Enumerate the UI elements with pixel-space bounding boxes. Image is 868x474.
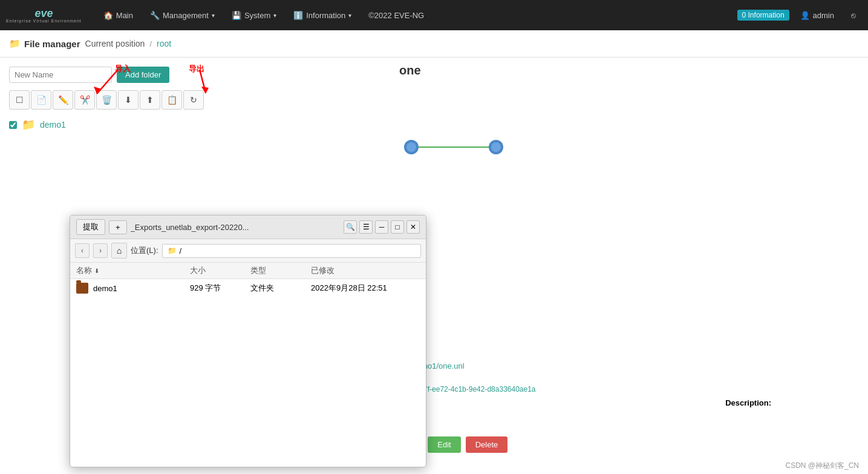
dialog-maximize-btn[interactable]: □: [391, 220, 404, 234]
info-icon: ℹ️: [293, 11, 303, 20]
nav-main[interactable]: 🏠 Main: [96, 7, 140, 24]
file-checkbox-demo1[interactable]: [9, 121, 17, 129]
main-content: Add folder 导入 导出 ☐ 📄 ✏️ ✂️ 🗑️ ⬇ ⬆ 📋 ↻ 📁 …: [0, 58, 868, 474]
router-left-inner: [406, 142, 416, 152]
breadcrumb-root[interactable]: root: [157, 39, 171, 48]
dialog-location-label: 位置(L):: [131, 245, 158, 256]
nav-information-label: Information: [306, 11, 345, 20]
nav-copyright-label: ©2022 EVE-NG: [368, 11, 424, 20]
col-type-header: 类型: [250, 265, 311, 276]
dialog-titlebar: 提取 + _Exports_unetlab_export-20220... 🔍 …: [70, 216, 426, 239]
logout-btn[interactable]: ⎋: [845, 7, 862, 24]
admin-menu[interactable]: 👤 admin: [794, 7, 840, 24]
upload-btn[interactable]: ⬆: [140, 90, 160, 110]
breadcrumb-separator: /: [149, 39, 152, 48]
dialog-menu-btn[interactable]: ☰: [359, 220, 373, 234]
dialog-table-header: 名称 ⬇ 大小 类型 已修改: [70, 263, 426, 279]
cut-btn[interactable]: ✂️: [74, 90, 95, 110]
dialog-forward-btn[interactable]: ›: [93, 243, 108, 258]
delete-button[interactable]: Delete: [466, 436, 508, 453]
csdn-watermark: CSDN @神秘剑客_CN: [785, 461, 859, 471]
nav-management-label: Management: [163, 11, 209, 20]
dialog-location-path: /: [180, 246, 182, 255]
dialog-file-name-cell: demo1: [76, 283, 190, 294]
edit-btn[interactable]: ✏️: [53, 90, 73, 110]
disk-icon: 💾: [232, 11, 241, 20]
dialog-home-btn[interactable]: ⌂: [111, 243, 127, 258]
brand-subtitle: Enterprise Virtual Environment: [6, 19, 82, 23]
dialog-add-btn[interactable]: +: [109, 220, 127, 234]
user-icon: 👤: [800, 11, 810, 20]
router-right-inner: [491, 142, 501, 152]
nav-information[interactable]: ℹ️ Information ▾: [286, 7, 359, 24]
sort-icon: ⬇: [94, 268, 99, 274]
col-name-label: 名称: [76, 265, 92, 276]
dialog-search-btn[interactable]: 🔍: [344, 220, 357, 234]
dialog-win-controls: 🔍 ☰ ─ □ ✕: [344, 220, 420, 234]
copy-btn[interactable]: 📋: [162, 90, 182, 110]
dialog-empty-area: [70, 297, 426, 467]
nav-copyright: ©2022 EVE-NG: [361, 7, 431, 24]
network-diagram: [399, 132, 508, 162]
chevron-down-icon: ▾: [212, 12, 215, 19]
nav-system-label: System: [244, 11, 270, 20]
nav-right: 0 Information 👤 admin ⎋: [737, 7, 862, 24]
dialog-file-type: 文件夹: [250, 283, 311, 294]
dialog-back-btn[interactable]: ‹: [75, 243, 90, 258]
dialog-file-row-0[interactable]: demo1 929 字节 文件夹 2022年9月28日 22:51: [70, 279, 426, 297]
navbar: eve Enterprise Virtual Environment 🏠 Mai…: [0, 0, 868, 30]
logout-icon: ⎋: [851, 11, 856, 20]
dialog-file-name: demo1: [93, 284, 117, 293]
chevron-down-icon-2: ▾: [273, 12, 276, 19]
folder-small-icon: 📁: [168, 246, 177, 255]
add-folder-button[interactable]: Add folder: [117, 67, 169, 83]
dialog-close-btn[interactable]: ✕: [406, 220, 420, 234]
edit-button[interactable]: Edit: [428, 436, 460, 453]
wrench-icon: 🔧: [150, 11, 160, 20]
dialog-location-input[interactable]: 📁 /: [162, 244, 422, 258]
file-name-demo1: demo1: [40, 120, 66, 130]
select-all-btn[interactable]: ☐: [9, 90, 30, 110]
page-title: 📁 File manager: [9, 38, 80, 49]
lab-name-area: one: [399, 64, 508, 162]
dialog-extract-btn[interactable]: 提取: [76, 219, 105, 235]
page-title-text: File manager: [24, 39, 80, 49]
dialog-folder-icon: [76, 283, 88, 294]
nav-main-label: Main: [116, 11, 133, 20]
dialog-file-size: 929 字节: [190, 283, 250, 294]
new-name-input[interactable]: [9, 67, 112, 83]
refresh-btn[interactable]: ↻: [183, 90, 204, 110]
admin-label: admin: [813, 11, 834, 20]
nav-management[interactable]: 🔧 Management ▾: [143, 7, 222, 24]
nav-system[interactable]: 💾 System ▾: [224, 7, 284, 24]
dialog-file-modified: 2022年9月28日 22:51: [311, 283, 420, 294]
delete-btn[interactable]: 🗑️: [96, 90, 117, 110]
col-name-header[interactable]: 名称 ⬇: [76, 265, 190, 276]
info-count-text: 0 Information: [742, 11, 785, 19]
brand-text: eve: [34, 8, 53, 19]
dialog-title-text: _Exports_unetlab_export-20220...: [131, 223, 340, 232]
description-section: Description:: [725, 398, 771, 407]
file-dialog: 提取 + _Exports_unetlab_export-20220... 🔍 …: [70, 215, 426, 467]
dialog-minimize-btn[interactable]: ─: [375, 220, 388, 234]
dialog-addressbar: ‹ › ⌂ 位置(L): 📁 /: [70, 239, 426, 263]
breadcrumb-position-label: Current position: [85, 39, 145, 48]
description-label: Description:: [725, 398, 771, 407]
lab-name: one: [399, 64, 508, 77]
folder-tree-icon: 📁: [9, 38, 21, 49]
home-icon: 🏠: [103, 11, 113, 20]
col-modified-header: 已修改: [311, 265, 420, 276]
folder-icon-demo1: 📁: [22, 118, 35, 131]
brand-logo: eve Enterprise Virtual Environment: [6, 8, 82, 23]
new-file-btn[interactable]: 📄: [31, 90, 51, 110]
col-size-header: 大小: [190, 265, 250, 276]
breadcrumb-bar: 📁 File manager Current position / root: [0, 30, 868, 58]
info-badge[interactable]: 0 Information: [737, 10, 789, 21]
chevron-down-icon-3: ▾: [348, 12, 351, 19]
download-btn[interactable]: ⬇: [118, 90, 139, 110]
